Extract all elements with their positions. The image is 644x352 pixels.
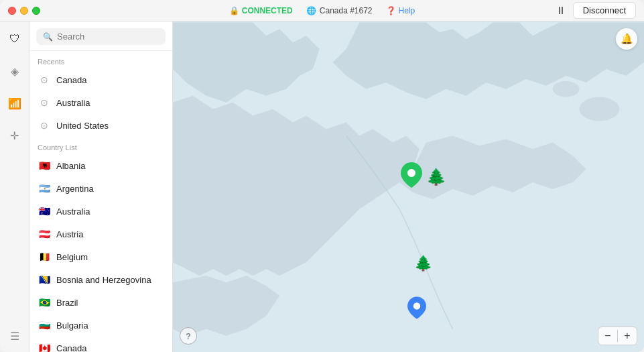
zoom-out-button[interactable]: −	[598, 327, 617, 345]
notification-bell[interactable]: 🔔	[616, 28, 637, 50]
help-circle-icon: ❓	[386, 6, 396, 15]
sidebar-scroll[interactable]: Recents ⊙ Canada ⊙ Australia ⊙ United St…	[29, 51, 172, 352]
country-argentina[interactable]: 🇦🇷 Argentina	[29, 177, 172, 200]
albania-label: Albania	[56, 161, 85, 171]
search-input-wrap[interactable]: 🔍	[36, 28, 166, 45]
server-info: 🌐 Canada #1672	[306, 6, 373, 15]
bulgaria-flag: 🇧🇬	[38, 318, 51, 332]
bulgaria-label: Bulgaria	[56, 320, 88, 331]
argentina-flag: 🇦🇷	[38, 182, 51, 195]
zoom-controls: − +	[598, 327, 637, 345]
menu-icon: ☰	[10, 330, 19, 343]
chart-bar-icon: 📶	[8, 97, 21, 110]
svg-point-4	[413, 302, 421, 310]
country-australia[interactable]: 🇦🇺 Australia	[29, 200, 172, 223]
recent-australia[interactable]: ⊙ Australia	[29, 91, 172, 114]
brazil-flag: 🇧🇷	[38, 296, 51, 309]
map-area[interactable]: 🌲 🌲 🔔 ? −	[173, 21, 644, 352]
green-pin-icon	[401, 162, 422, 188]
map-controls: ? − +	[180, 327, 637, 345]
blue-pin-icon	[407, 296, 426, 319]
vpn-location-pin	[401, 162, 422, 188]
map-background: 🌲 🌲 🔔 ? −	[173, 21, 644, 352]
sidebar-list: 🔍 Recents ⊙ Canada ⊙ Australia ⊙ United …	[29, 21, 173, 352]
austria-flag: 🇦🇹	[38, 227, 51, 241]
belgium-flag: 🇧🇪	[38, 250, 51, 263]
country-belgium[interactable]: 🇧🇪 Belgium	[29, 245, 172, 268]
svg-point-1	[580, 97, 620, 121]
tree-icon-2: 🌲	[414, 255, 432, 272]
help-button[interactable]: ❓ Help	[386, 6, 415, 15]
austria-label: Austria	[56, 229, 83, 239]
disconnect-button[interactable]: Disconnect	[573, 2, 636, 19]
recent-australia-label: Australia	[56, 98, 90, 108]
search-icon: 🔍	[43, 32, 53, 42]
server-name: Canada #1672	[320, 6, 373, 15]
belgium-label: Belgium	[56, 252, 88, 262]
tree-icon-1: 🌲	[426, 168, 446, 186]
traffic-lights	[0, 7, 40, 15]
connected-label: CONNECTED	[242, 6, 293, 15]
titlebar-right: ⏸ Disconnect	[556, 2, 636, 19]
australia-flag: 🇦🇺	[38, 204, 51, 218]
country-albania[interactable]: 🇦🇱 Albania	[29, 154, 172, 177]
bosnia-flag: 🇧🇦	[38, 273, 51, 286]
layers-icon: ◈	[11, 65, 19, 78]
recent-canada-label: Canada	[56, 75, 87, 85]
search-bar: 🔍	[29, 21, 172, 51]
country-canada[interactable]: 🇨🇦 Canada	[29, 337, 172, 352]
main-container: 🛡 ◈ 📶 ✛ ☰ 🔍 Recents ⊙ Canada	[0, 21, 644, 352]
shield-icon: 🛡	[9, 33, 20, 45]
recent-united-states[interactable]: ⊙ United States	[29, 114, 172, 137]
clock-icon: ⊙	[38, 73, 51, 86]
country-list-label: Country List	[29, 137, 172, 154]
albania-flag: 🇦🇱	[38, 159, 51, 172]
question-icon: ?	[186, 331, 191, 341]
brazil-label: Brazil	[56, 298, 78, 308]
canada-label: Canada	[56, 343, 87, 353]
bell-icon: 🔔	[621, 33, 633, 45]
sidebar-item-menu[interactable]: ☰	[5, 327, 24, 345]
help-label: Help	[399, 6, 415, 15]
maximize-button[interactable]	[32, 7, 40, 15]
argentina-label: Argentina	[56, 184, 94, 194]
connected-badge: 🔒 CONNECTED	[229, 6, 293, 15]
country-austria[interactable]: 🇦🇹 Austria	[29, 223, 172, 245]
sidebar-item-stats[interactable]: 📶	[5, 94, 24, 113]
svg-point-3	[407, 169, 415, 177]
clock-icon: ⊙	[38, 96, 51, 109]
globe-icon: 🌐	[306, 6, 316, 15]
search-input[interactable]	[57, 32, 159, 42]
clock-icon: ⊙	[38, 119, 51, 132]
country-bulgaria[interactable]: 🇧🇬 Bulgaria	[29, 314, 172, 337]
sidebar-item-shield[interactable]: 🛡	[5, 30, 24, 48]
sidebar-item-crosshair[interactable]: ✛	[5, 126, 24, 145]
bosnia-label: Bosnia and Herzegovina	[56, 275, 151, 285]
country-brazil[interactable]: 🇧🇷 Brazil	[29, 291, 172, 314]
australia-label: Australia	[56, 207, 90, 217]
minimize-button[interactable]	[20, 7, 28, 15]
recent-us-label: United States	[56, 121, 109, 131]
recents-label: Recents	[29, 51, 172, 68]
country-bosnia[interactable]: 🇧🇦 Bosnia and Herzegovina	[29, 268, 172, 291]
close-button[interactable]	[8, 7, 16, 15]
crosshair-icon: ✛	[10, 129, 19, 142]
lock-icon: 🔒	[229, 6, 239, 15]
zoom-in-button[interactable]: +	[618, 327, 637, 345]
recent-canada[interactable]: ⊙ Canada	[29, 68, 172, 91]
pause-icon[interactable]: ⏸	[556, 5, 566, 17]
svg-point-2	[553, 81, 580, 97]
canada-flag: 🇨🇦	[38, 341, 51, 352]
secondary-location-pin	[407, 296, 426, 319]
titlebar: 🔒 CONNECTED 🌐 Canada #1672 ❓ Help ⏸ Disc…	[0, 0, 644, 21]
titlebar-center: 🔒 CONNECTED 🌐 Canada #1672 ❓ Help	[229, 6, 415, 15]
help-question-button[interactable]: ?	[180, 327, 197, 345]
sidebar-icons: 🛡 ◈ 📶 ✛ ☰	[0, 21, 29, 352]
sidebar-item-layers[interactable]: ◈	[5, 62, 24, 80]
